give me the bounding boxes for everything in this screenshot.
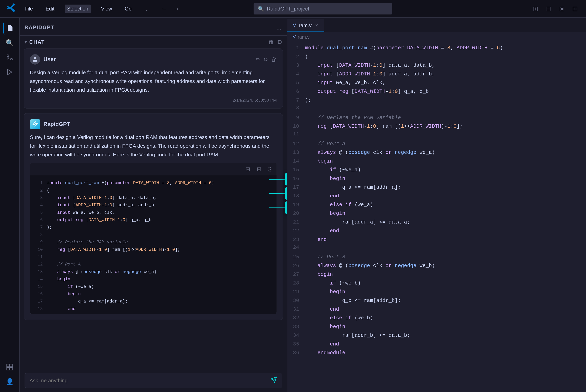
edit-message-button[interactable]: ✏ xyxy=(256,56,260,63)
save-connector-line xyxy=(269,208,285,208)
code-line-18: 18 end xyxy=(35,305,272,312)
nav-forward-button[interactable]: → xyxy=(171,4,182,13)
refresh-message-button[interactable]: ↺ xyxy=(263,56,268,63)
activity-bar: 🔍 👤 xyxy=(0,18,20,392)
svg-rect-5 xyxy=(10,368,13,370)
chat-header[interactable]: ▾ CHAT 🗑 ⚙ xyxy=(20,36,287,48)
copy-code-tooltip[interactable]: Copy Code xyxy=(285,173,287,186)
editor-line-18: 18 end xyxy=(287,192,586,201)
editor-content[interactable]: 1 module dual_port_ram #(parameter DATA_… xyxy=(287,42,586,392)
code-line-9: 9 // Declare the RAM variable xyxy=(35,238,272,246)
activity-explorer[interactable] xyxy=(3,22,16,34)
save-code-tooltip[interactable]: Save Code as New File xyxy=(285,201,287,214)
editor-line-9: 9 // Declare the RAM variable xyxy=(287,114,586,122)
layout-icon-2[interactable]: ⊟ xyxy=(543,4,554,14)
main-layout: 🔍 👤 RAPIDGPT ... xyxy=(0,18,586,392)
titlebar-actions: ⊞ ⊟ ⊠ ⊡ xyxy=(530,4,580,14)
code-content: 1 module dual_port_ram #(parameter DATA_… xyxy=(30,176,277,314)
layout-icon-3[interactable]: ⊠ xyxy=(557,4,567,14)
chat-send-button[interactable] xyxy=(270,376,277,385)
breadcrumb-icon: V xyxy=(293,34,296,40)
chat-chevron: ▾ xyxy=(25,40,27,45)
titlebar-search[interactable]: 🔍 RapidGPT_project xyxy=(254,3,392,14)
svg-marker-8 xyxy=(33,122,38,126)
user-message-header: User ✏ ↺ 🗑 xyxy=(30,54,277,64)
menu-file[interactable]: File xyxy=(22,4,35,13)
layout-icon-4[interactable]: ⊡ xyxy=(570,4,580,14)
nav-back-button[interactable]: ← xyxy=(159,4,169,13)
editor-line-12: 12 // Port A xyxy=(287,140,586,148)
editor-line-29: 29 begin xyxy=(287,288,586,296)
code-block-wrapper: ⊟ ⊞ ⎘ 1 module dual_port_ram #(parameter… xyxy=(30,163,277,314)
code-expand-button[interactable]: ⊞ xyxy=(255,165,263,173)
user-name: User xyxy=(43,56,56,62)
code-line-15: 15 if (~we_a) xyxy=(35,283,272,290)
code-line-13: 13 always @ (posedge clk or negedge we_a… xyxy=(35,268,272,276)
menu-go[interactable]: Go xyxy=(123,4,134,13)
editor-line-35: 35 end xyxy=(287,340,586,349)
titlebar-menu: File Edit Selection View Go ... xyxy=(22,4,151,13)
menu-edit[interactable]: Edit xyxy=(43,4,57,13)
copy-connector-line xyxy=(269,179,285,180)
activity-debug[interactable] xyxy=(3,66,16,78)
activity-account[interactable]: 👤 xyxy=(3,375,16,388)
search-icon: 🔍 xyxy=(258,6,264,12)
activity-extensions[interactable] xyxy=(3,361,16,374)
editor-line-24: 24 xyxy=(287,244,586,253)
chat-input[interactable] xyxy=(30,378,267,384)
svg-rect-4 xyxy=(10,364,13,367)
editor-line-1: 1 module dual_port_ram #(parameter DATA_… xyxy=(287,44,586,53)
activity-source-control[interactable] xyxy=(3,51,16,64)
editor-line-31: 31 end xyxy=(287,305,586,314)
code-line-2: 2 ( xyxy=(35,187,272,194)
menu-view[interactable]: View xyxy=(99,4,115,13)
layout-icon-1[interactable]: ⊞ xyxy=(530,4,541,14)
editor-line-34: 34 ram[addr_b] <= data_b; xyxy=(287,332,586,340)
editor-line-36: 36 endmodule xyxy=(287,349,586,358)
tab-close-button[interactable]: × xyxy=(314,22,319,28)
chat-delete-button[interactable]: 🗑 xyxy=(268,39,274,45)
editor-line-10: 10 reg [DATA_WIDTH-1:0] ram [(1<<ADDR_WI… xyxy=(287,122,586,131)
sidebar-header: RAPIDGPT ... xyxy=(20,18,287,36)
editor-line-13: 13 always @ (posedge clk or negedge we_a… xyxy=(287,148,586,157)
code-line-8: 8 xyxy=(35,231,272,238)
editor-line-8: 8 xyxy=(287,105,586,114)
editor-line-22: 22 end xyxy=(287,227,586,236)
editor-line-16: 16 begin xyxy=(287,174,586,183)
user-message-timestamp: 2/14/2024, 5:30:50 PM xyxy=(30,98,277,103)
chat-settings-button[interactable]: ⚙ xyxy=(277,39,282,45)
code-line-6: 6 output reg [DATA_WIDTH-1:0] q_a, q_b xyxy=(35,216,272,224)
chat-label: CHAT xyxy=(29,39,45,45)
menu-selection[interactable]: Selection xyxy=(65,4,91,13)
activity-search[interactable]: 🔍 xyxy=(3,36,16,49)
vscode-logo xyxy=(6,2,16,15)
menu-more[interactable]: ... xyxy=(142,4,151,13)
code-wrap-button[interactable]: ⊟ xyxy=(243,165,252,173)
titlebar: File Edit Selection View Go ... ← → 🔍 Ra… xyxy=(0,0,586,18)
chat-input-container xyxy=(25,373,282,388)
sidebar-header-actions: ... xyxy=(276,23,282,32)
code-line-16: 16 begin xyxy=(35,290,272,298)
editor-line-28: 28 if (~we_b) xyxy=(287,279,586,288)
sidebar-more-button[interactable]: ... xyxy=(276,23,282,32)
breadcrumb: V ram.v xyxy=(287,32,586,42)
editor-line-5: 5 input we_a, we_b, clk, xyxy=(287,79,586,88)
editor-line-6: 6 output reg [DATA_WIDTH-1:0] q_a, q_b xyxy=(287,88,586,96)
code-line-12: 12 // Port A xyxy=(35,261,272,268)
tab-bar: V ram.v × xyxy=(287,18,586,32)
editor-line-4: 4 input [ADDR_WIDTH-1:0] addr_a, addr_b, xyxy=(287,70,586,79)
user-avatar xyxy=(30,54,40,64)
editor-line-3: 3 input [DATA_WIDTH-1:0] data_a, data_b, xyxy=(287,61,586,70)
code-line-3: 3 input [DATA_WIDTH-1:0] data_a, data_b, xyxy=(35,194,272,202)
code-line-19: 19 else if (we_a) xyxy=(35,312,272,314)
rapidgpt-header: RapidGPT xyxy=(30,119,277,129)
rapidgpt-logo xyxy=(30,119,40,129)
editor-tab-ram-v[interactable]: V ram.v × xyxy=(287,19,324,32)
code-copy-inline-button[interactable]: ⎘ xyxy=(266,165,273,173)
editor-line-21: 21 ram[addr_a] <= data_a; xyxy=(287,218,586,227)
messages-container: User ✏ ↺ 🗑 Design a Verilog module for a… xyxy=(20,48,287,320)
merge-code-tooltip[interactable]: Merge Code xyxy=(285,187,287,200)
editor-line-7: 7 ); xyxy=(287,96,586,105)
editor-line-17: 17 q_a <= ram[addr_a]; xyxy=(287,183,586,192)
delete-message-button[interactable]: 🗑 xyxy=(271,56,277,63)
